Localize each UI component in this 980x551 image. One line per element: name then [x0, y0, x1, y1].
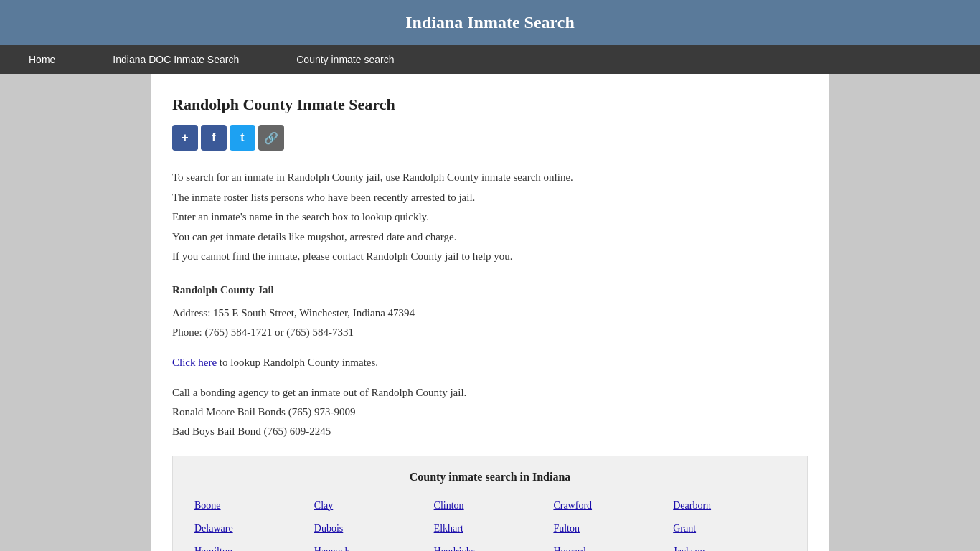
- nav-home[interactable]: Home: [0, 45, 84, 74]
- county-link[interactable]: Clinton: [434, 498, 547, 514]
- share-icon: +: [182, 131, 188, 144]
- jail-info: Randolph County Jail Address: 155 E Sout…: [172, 281, 808, 342]
- county-link[interactable]: Fulton: [553, 521, 666, 537]
- main-nav: Home Indiana DOC Inmate Search County in…: [0, 45, 980, 74]
- description-line-5: If you cannot find the inmate, please co…: [172, 248, 808, 266]
- county-section-title: County inmate search in Indiana: [194, 471, 786, 484]
- county-link[interactable]: Grant: [673, 521, 786, 537]
- lookup-line: Click here to lookup Randolph County inm…: [172, 357, 808, 369]
- main-content: Randolph County Inmate Search + f t 🔗 To…: [151, 74, 829, 551]
- share-button[interactable]: +: [172, 125, 198, 151]
- county-link[interactable]: Elkhart: [434, 521, 547, 537]
- description-line-4: You can get inmate details like mugshot,…: [172, 228, 808, 247]
- twitter-icon: t: [240, 131, 244, 144]
- site-header: Indiana Inmate Search: [0, 0, 980, 45]
- facebook-button[interactable]: f: [201, 125, 227, 151]
- county-link[interactable]: Dearborn: [673, 498, 786, 514]
- county-link[interactable]: Jackson: [673, 544, 786, 552]
- description-block: To search for an inmate in Randolph Coun…: [172, 169, 808, 266]
- social-buttons: + f t 🔗: [172, 125, 808, 151]
- lookup-text: to lookup Randolph County inmates.: [217, 357, 378, 368]
- county-grid: BooneClayClintonCrawfordDearbornDelaware…: [194, 498, 786, 552]
- county-link[interactable]: Clay: [314, 498, 427, 514]
- nav-county-search[interactable]: County inmate search: [268, 45, 423, 74]
- county-link[interactable]: Hancock: [314, 544, 427, 552]
- twitter-button[interactable]: t: [230, 125, 255, 151]
- county-link[interactable]: Howard: [553, 544, 666, 552]
- phone-label: Phone:: [172, 326, 202, 338]
- click-here-link[interactable]: Click here: [172, 357, 217, 368]
- county-link[interactable]: Boone: [194, 498, 307, 514]
- bail-line-2: Ronald Moore Bail Bonds (765) 973-9009: [172, 402, 808, 422]
- site-title: Indiana Inmate Search: [14, 13, 966, 32]
- jail-address: Address: 155 E South Street, Winchester,…: [172, 303, 808, 323]
- nav-doc-search[interactable]: Indiana DOC Inmate Search: [84, 45, 268, 74]
- copy-link-button[interactable]: 🔗: [258, 125, 284, 151]
- description-line-3: Enter an inmate's name in the search box…: [172, 208, 808, 227]
- address-value: 155 E South Street, Winchester, Indiana …: [213, 307, 415, 319]
- county-link[interactable]: Hendricks: [434, 544, 547, 552]
- address-label: Address:: [172, 307, 210, 319]
- page-title: Randolph County Inmate Search: [172, 95, 808, 114]
- bail-line-3: Bad Boys Bail Bond (765) 609-2245: [172, 422, 808, 441]
- county-link[interactable]: Delaware: [194, 521, 307, 537]
- bail-info: Call a bonding agency to get an inmate o…: [172, 383, 808, 441]
- link-icon: 🔗: [264, 131, 278, 145]
- jail-name: Randolph County Jail: [172, 281, 808, 300]
- county-link[interactable]: Dubois: [314, 521, 427, 537]
- bail-line-1: Call a bonding agency to get an inmate o…: [172, 383, 808, 402]
- description-line-1: To search for an inmate in Randolph Coun…: [172, 169, 808, 187]
- county-section: County inmate search in Indiana BooneCla…: [172, 456, 808, 552]
- jail-phone: Phone: (765) 584-1721 or (765) 584-7331: [172, 323, 808, 342]
- facebook-icon: f: [212, 131, 215, 144]
- county-link[interactable]: Crawford: [553, 498, 666, 514]
- county-link[interactable]: Hamilton: [194, 544, 307, 552]
- phone-value: (765) 584-1721 or (765) 584-7331: [204, 326, 353, 338]
- description-line-2: The inmate roster lists persons who have…: [172, 189, 808, 207]
